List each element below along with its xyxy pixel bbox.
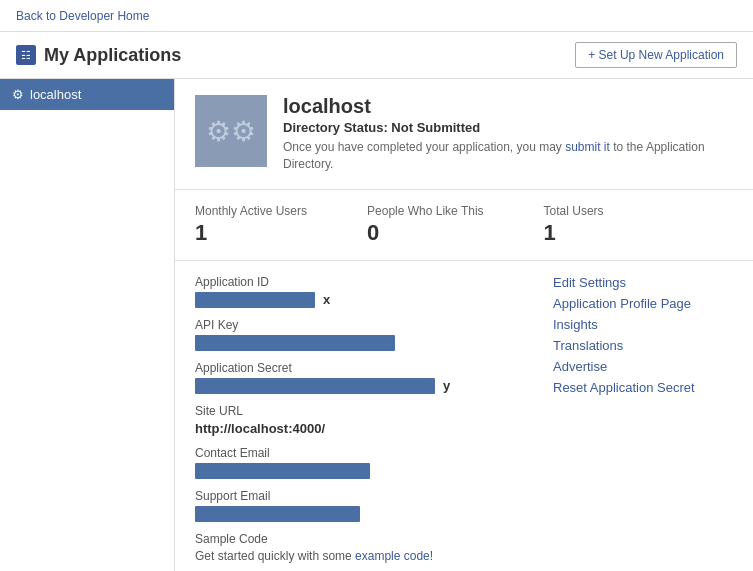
field-app-secret-bar <box>195 378 435 394</box>
app-detail: ⚙⚙ localhost Directory Status: Not Submi… <box>175 79 753 571</box>
edit-settings-link[interactable]: Edit Settings <box>553 275 733 290</box>
field-app-id-label: Application ID <box>195 275 533 289</box>
insights-link[interactable]: Insights <box>553 317 733 332</box>
field-contact-email: Contact Email <box>195 446 533 479</box>
stat-total-users: Total Users 1 <box>544 204 604 246</box>
app-thumbnail: ⚙⚙ <box>195 95 267 167</box>
mask-y-indicator: y <box>443 378 450 393</box>
app-status: Directory Status: Not Submitted <box>283 120 733 135</box>
page-header: ☷ My Applications + Set Up New Applicati… <box>0 32 753 79</box>
field-api-key-bar <box>195 335 395 351</box>
stat-monthly-active: Monthly Active Users 1 <box>195 204 307 246</box>
field-app-secret-label: Application Secret <box>195 361 533 375</box>
translations-link[interactable]: Translations <box>553 338 733 353</box>
setup-new-app-button[interactable]: + Set Up New Application <box>575 42 737 68</box>
app-info: localhost Directory Status: Not Submitte… <box>283 95 733 173</box>
stat-total-users-label: Total Users <box>544 204 604 218</box>
fields-right: Edit Settings Application Profile Page I… <box>553 275 733 571</box>
app-name: localhost <box>283 95 733 118</box>
stat-total-users-value: 1 <box>544 220 604 246</box>
fields-section: Application ID x API Key Application Sec… <box>175 261 753 571</box>
app-header: ⚙⚙ localhost Directory Status: Not Submi… <box>175 79 753 190</box>
thumbnail-gear-icon: ⚙⚙ <box>206 115 256 148</box>
stats-row: Monthly Active Users 1 People Who Like T… <box>175 190 753 261</box>
sidebar-item-label: localhost <box>30 87 81 102</box>
field-app-id-row: x <box>195 292 533 308</box>
right-links: Edit Settings Application Profile Page I… <box>553 275 733 395</box>
field-contact-email-label: Contact Email <box>195 446 533 460</box>
field-support-email-bar <box>195 506 360 522</box>
app-profile-page-link[interactable]: Application Profile Page <box>553 296 733 311</box>
stat-people-like: People Who Like This 0 <box>367 204 484 246</box>
reset-secret-link[interactable]: Reset Application Secret <box>553 380 733 395</box>
sample-code-prefix: Get started quickly with some <box>195 549 355 563</box>
field-sample-code-label: Sample Code <box>195 532 533 546</box>
submit-link[interactable]: submit it <box>565 140 610 154</box>
stat-people-like-value: 0 <box>367 220 484 246</box>
field-site-url-label: Site URL <box>195 404 533 418</box>
stat-monthly-active-label: Monthly Active Users <box>195 204 307 218</box>
sample-code-suffix: ! <box>430 549 433 563</box>
mask-x-indicator: x <box>323 292 330 307</box>
page-title: My Applications <box>44 45 181 66</box>
field-site-url: Site URL http://localhost:4000/ <box>195 404 533 436</box>
field-sample-code: Sample Code Get started quickly with som… <box>195 532 533 563</box>
fields-left: Application ID x API Key Application Sec… <box>195 275 533 571</box>
stat-monthly-active-value: 1 <box>195 220 307 246</box>
main-content: ⚙ localhost ⚙⚙ localhost Directory Statu… <box>0 79 753 571</box>
field-api-key-label: API Key <box>195 318 533 332</box>
app-gear-icon: ⚙ <box>12 87 24 102</box>
field-contact-email-bar <box>195 463 370 479</box>
sidebar: ⚙ localhost <box>0 79 175 571</box>
field-app-secret: Application Secret y <box>195 361 533 394</box>
field-sample-code-note: Get started quickly with some example co… <box>195 549 533 563</box>
example-code-link[interactable]: example code <box>355 549 430 563</box>
advertise-link[interactable]: Advertise <box>553 359 733 374</box>
sidebar-item-localhost[interactable]: ⚙ localhost <box>0 79 174 110</box>
status-desc-prefix: Once you have completed your application… <box>283 140 565 154</box>
field-app-id-bar <box>195 292 315 308</box>
top-nav: Back to Developer Home <box>0 0 753 32</box>
back-link[interactable]: Back to Developer Home <box>16 9 149 23</box>
stat-people-like-label: People Who Like This <box>367 204 484 218</box>
field-app-secret-row: y <box>195 378 533 394</box>
field-support-email: Support Email <box>195 489 533 522</box>
field-app-id: Application ID x <box>195 275 533 308</box>
field-site-url-value: http://localhost:4000/ <box>195 421 533 436</box>
my-apps-icon: ☷ <box>16 45 36 65</box>
field-support-email-label: Support Email <box>195 489 533 503</box>
field-api-key: API Key <box>195 318 533 351</box>
app-status-desc: Once you have completed your application… <box>283 139 733 173</box>
header-left: ☷ My Applications <box>16 45 181 66</box>
